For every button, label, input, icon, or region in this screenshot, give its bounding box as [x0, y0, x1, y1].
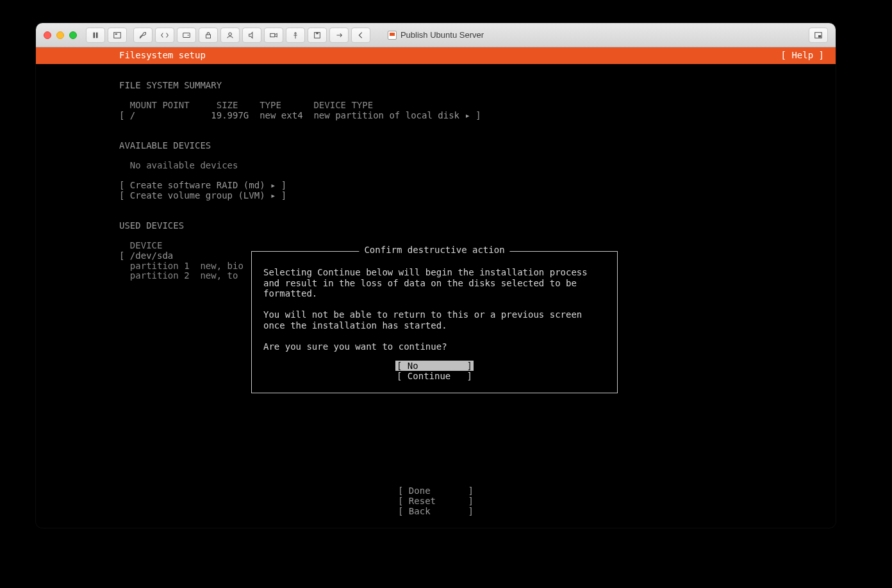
- continue-button[interactable]: [ Continue ]: [397, 371, 472, 381]
- chevron-left-icon[interactable]: [351, 28, 370, 43]
- pip-icon[interactable]: [809, 28, 828, 43]
- svg-rect-6: [206, 35, 211, 38]
- fs-summary-row[interactable]: [ / 19.997G new ext4 new partition of lo…: [119, 110, 481, 120]
- floppy-icon[interactable]: [308, 28, 327, 43]
- installer-header: Filesystem setup [ Help ]: [36, 47, 836, 64]
- svg-rect-4: [183, 33, 190, 37]
- available-heading: AVAILABLE DEVICES: [119, 140, 211, 151]
- svg-point-7: [229, 33, 231, 35]
- toolbar-group-1: [86, 28, 127, 43]
- used-device-col: DEVICE: [119, 240, 162, 250]
- dialog-body: Selecting Continue below will begin the …: [263, 267, 606, 352]
- window-title-text: Publish Ubuntu Server: [401, 30, 484, 40]
- footer-buttons: [ Done ] [ Reset ] [ Back ]: [36, 486, 836, 516]
- used-device-row[interactable]: [ /dev/sda: [119, 250, 173, 261]
- close-icon[interactable]: [44, 31, 51, 39]
- code-icon[interactable]: [155, 28, 174, 43]
- fs-summary-columns: MOUNT POINT SIZE TYPE DEVICE TYPE: [119, 100, 373, 110]
- minimize-icon[interactable]: [56, 31, 64, 39]
- share-icon[interactable]: [329, 28, 349, 43]
- dialog-para3: Are you sure you want to continue?: [263, 341, 447, 352]
- svg-rect-12: [818, 35, 821, 38]
- titlebar: Publish Ubuntu Server: [36, 23, 836, 47]
- camera-icon[interactable]: [264, 28, 283, 43]
- svg-rect-1: [96, 32, 98, 38]
- dialog-buttons: [ No ] [ Continue ]: [263, 361, 606, 381]
- used-partition-1: partition 1 new, bio: [119, 261, 244, 271]
- sound-icon[interactable]: [242, 28, 261, 43]
- usb-icon[interactable]: [286, 28, 305, 43]
- snapshot-button[interactable]: [108, 28, 127, 43]
- page-title: Filesystem setup: [119, 51, 206, 61]
- dialog-para1: Selecting Continue below will begin the …: [263, 267, 593, 298]
- used-partition-2: partition 2 new, to: [119, 270, 238, 281]
- app-window: Publish Ubuntu Server Filesystem setup […: [36, 23, 836, 528]
- disk-icon[interactable]: [177, 28, 196, 43]
- svg-rect-3: [115, 33, 118, 35]
- dialog-para2: You will not be able to return to this o…: [263, 309, 588, 331]
- pause-button[interactable]: [86, 28, 105, 43]
- used-heading: USED DEVICES: [119, 220, 184, 231]
- svg-rect-0: [94, 32, 95, 38]
- toolbar-right: [809, 28, 828, 43]
- dialog-title: Confirm destructive action: [359, 245, 509, 256]
- done-button[interactable]: [ Done ]: [398, 486, 474, 496]
- no-button[interactable]: [ No ]: [395, 361, 474, 371]
- toolbar-group-2: [133, 28, 370, 43]
- back-button[interactable]: [ Back ]: [398, 506, 474, 516]
- wrench-icon[interactable]: [133, 28, 153, 43]
- svg-point-5: [188, 35, 189, 36]
- svg-rect-2: [114, 32, 121, 38]
- no-available-devices: No available devices: [119, 160, 238, 170]
- create-lvm-button[interactable]: [ Create volume group (LVM) ▸ ]: [119, 190, 286, 200]
- lock-icon[interactable]: [199, 28, 218, 43]
- terminal-content: Filesystem setup [ Help ] FILE SYSTEM SU…: [36, 47, 836, 528]
- help-button[interactable]: [ Help ]: [781, 51, 824, 61]
- window-controls: [44, 31, 77, 39]
- reset-button[interactable]: [ Reset ]: [398, 496, 474, 506]
- svg-rect-8: [270, 33, 275, 37]
- confirm-dialog: Confirm destructive action Selecting Con…: [251, 251, 618, 393]
- user-icon[interactable]: [220, 28, 240, 43]
- app-icon: [388, 31, 397, 40]
- create-raid-button[interactable]: [ Create software RAID (md) ▸ ]: [119, 180, 286, 190]
- fs-summary-heading: FILE SYSTEM SUMMARY: [119, 80, 222, 90]
- svg-rect-10: [316, 32, 318, 34]
- fullscreen-icon[interactable]: [69, 31, 77, 39]
